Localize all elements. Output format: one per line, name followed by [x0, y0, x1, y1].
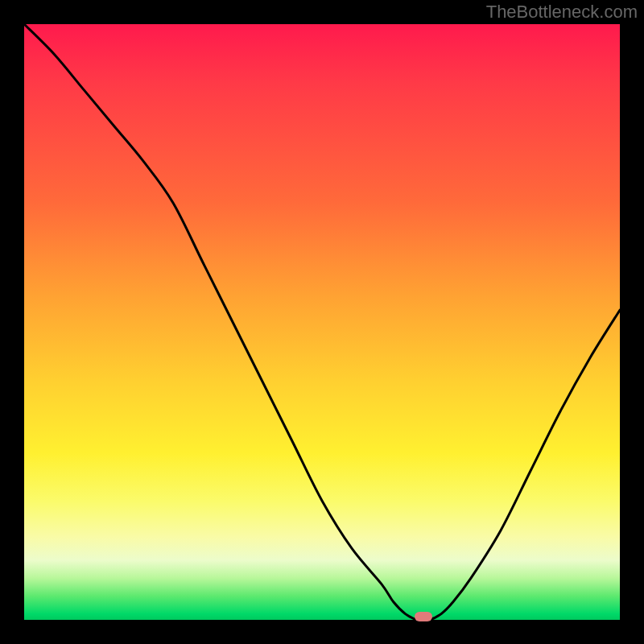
watermark-label: TheBottleneck.com — [486, 2, 638, 23]
chart-container: TheBottleneck.com — [0, 0, 644, 644]
plot-area — [24, 24, 620, 620]
optimal-marker — [415, 612, 432, 621]
curve-svg — [24, 24, 620, 620]
bottleneck-curve — [24, 24, 620, 621]
